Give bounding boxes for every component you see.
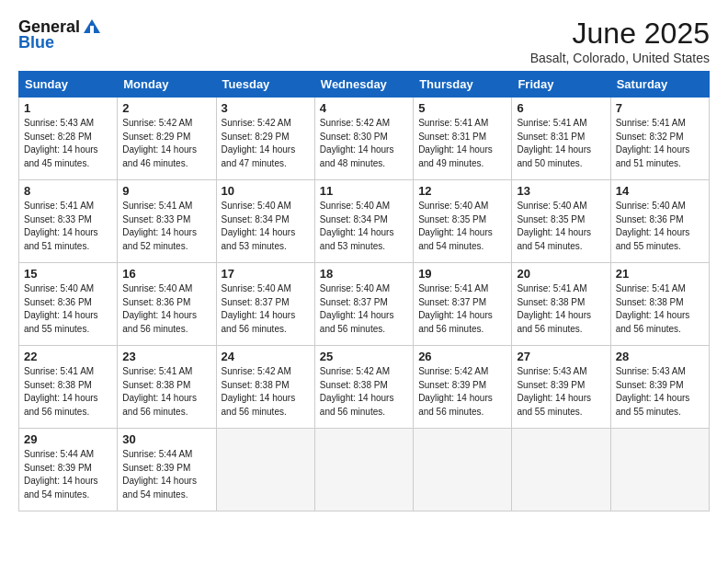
week-row: 8Sunrise: 5:41 AMSunset: 8:33 PMDaylight… [19,180,710,263]
day-cell: 26Sunrise: 5:42 AMSunset: 8:39 PMDayligh… [414,346,512,429]
day-cell: 10Sunrise: 5:40 AMSunset: 8:34 PMDayligh… [216,180,314,263]
day-cell: 16Sunrise: 5:40 AMSunset: 8:36 PMDayligh… [118,263,216,346]
page: General Blue June 2025 Basalt, Colorado,… [0,0,728,563]
day-cell: 23Sunrise: 5:41 AMSunset: 8:38 PMDayligh… [118,346,216,429]
title-block: June 2025 Basalt, Colorado, United State… [530,17,710,65]
day-cell: 2Sunrise: 5:42 AMSunset: 8:29 PMDaylight… [118,98,216,180]
header: General Blue June 2025 Basalt, Colorado,… [18,17,710,65]
calendar: SundayMondayTuesdayWednesdayThursdayFrid… [18,71,710,511]
day-cell: 30Sunrise: 5:44 AMSunset: 8:39 PMDayligh… [118,429,216,511]
col-header-sunday: Sunday [19,72,118,98]
day-cell: 28Sunrise: 5:43 AMSunset: 8:39 PMDayligh… [610,346,709,429]
week-row: 29Sunrise: 5:44 AMSunset: 8:39 PMDayligh… [19,429,710,511]
calendar-header-row: SundayMondayTuesdayWednesdayThursdayFrid… [19,72,710,98]
day-cell: 1Sunrise: 5:43 AMSunset: 8:28 PMDaylight… [19,98,118,180]
day-cell: 8Sunrise: 5:41 AMSunset: 8:33 PMDaylight… [19,180,118,263]
week-row: 22Sunrise: 5:41 AMSunset: 8:38 PMDayligh… [19,346,710,429]
col-header-thursday: Thursday [414,72,512,98]
day-cell: 17Sunrise: 5:40 AMSunset: 8:37 PMDayligh… [216,263,314,346]
day-cell [512,429,610,511]
day-cell: 22Sunrise: 5:41 AMSunset: 8:38 PMDayligh… [19,346,118,429]
svg-rect-1 [90,26,94,33]
day-cell: 11Sunrise: 5:40 AMSunset: 8:34 PMDayligh… [314,180,413,263]
day-cell [414,429,512,511]
day-cell: 15Sunrise: 5:40 AMSunset: 8:36 PMDayligh… [19,263,118,346]
logo-blue-text: Blue [18,33,54,52]
day-cell: 5Sunrise: 5:41 AMSunset: 8:31 PMDaylight… [414,98,512,180]
day-cell: 18Sunrise: 5:40 AMSunset: 8:37 PMDayligh… [314,263,413,346]
logo: General Blue [18,17,102,52]
day-cell: 6Sunrise: 5:41 AMSunset: 8:31 PMDaylight… [512,98,610,180]
col-header-tuesday: Tuesday [216,72,314,98]
month-title: June 2025 [530,17,710,51]
day-cell [610,429,709,511]
day-cell: 19Sunrise: 5:41 AMSunset: 8:37 PMDayligh… [414,263,512,346]
day-cell: 3Sunrise: 5:42 AMSunset: 8:29 PMDaylight… [216,98,314,180]
day-cell: 24Sunrise: 5:42 AMSunset: 8:38 PMDayligh… [216,346,314,429]
location: Basalt, Colorado, United States [530,51,710,65]
day-cell: 29Sunrise: 5:44 AMSunset: 8:39 PMDayligh… [19,429,118,511]
day-cell: 4Sunrise: 5:42 AMSunset: 8:30 PMDaylight… [314,98,413,180]
day-cell: 9Sunrise: 5:41 AMSunset: 8:33 PMDaylight… [118,180,216,263]
day-cell: 20Sunrise: 5:41 AMSunset: 8:38 PMDayligh… [512,263,610,346]
col-header-friday: Friday [512,72,610,98]
day-cell: 21Sunrise: 5:41 AMSunset: 8:38 PMDayligh… [610,263,709,346]
day-cell: 25Sunrise: 5:42 AMSunset: 8:38 PMDayligh… [314,346,413,429]
col-header-saturday: Saturday [610,72,709,98]
day-cell: 7Sunrise: 5:41 AMSunset: 8:32 PMDaylight… [610,98,709,180]
day-cell: 12Sunrise: 5:40 AMSunset: 8:35 PMDayligh… [414,180,512,263]
day-cell: 13Sunrise: 5:40 AMSunset: 8:35 PMDayligh… [512,180,610,263]
week-row: 15Sunrise: 5:40 AMSunset: 8:36 PMDayligh… [19,263,710,346]
day-cell: 14Sunrise: 5:40 AMSunset: 8:36 PMDayligh… [610,180,709,263]
day-cell: 27Sunrise: 5:43 AMSunset: 8:39 PMDayligh… [512,346,610,429]
logo-icon [82,17,102,37]
day-cell [314,429,413,511]
col-header-monday: Monday [118,72,216,98]
col-header-wednesday: Wednesday [314,72,413,98]
week-row: 1Sunrise: 5:43 AMSunset: 8:28 PMDaylight… [19,98,710,180]
day-cell [216,429,314,511]
